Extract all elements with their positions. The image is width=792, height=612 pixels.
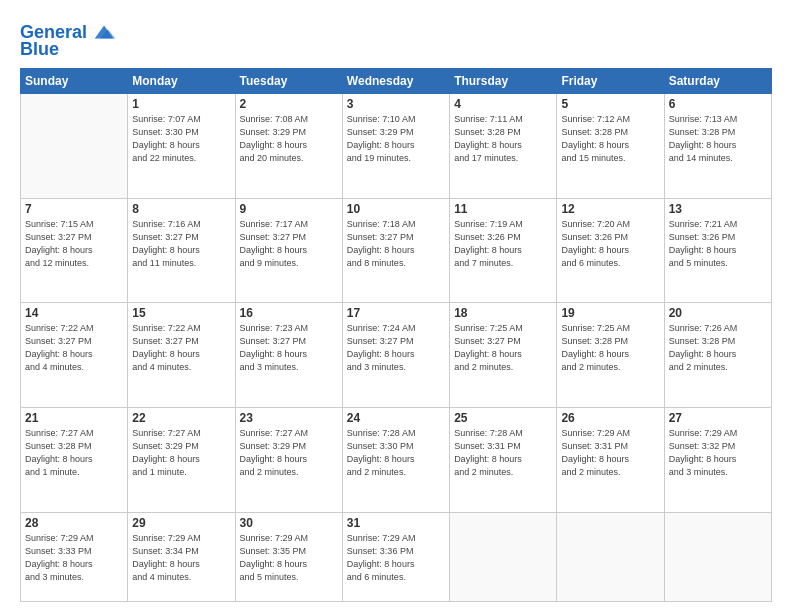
calendar-cell: 11Sunrise: 7:19 AMSunset: 3:26 PMDayligh… <box>450 198 557 303</box>
day-info: Sunrise: 7:24 AMSunset: 3:27 PMDaylight:… <box>347 322 445 374</box>
day-info: Sunrise: 7:08 AMSunset: 3:29 PMDaylight:… <box>240 113 338 165</box>
calendar-cell <box>450 512 557 601</box>
logo: General Blue <box>20 18 119 58</box>
calendar-cell: 17Sunrise: 7:24 AMSunset: 3:27 PMDayligh… <box>342 303 449 408</box>
calendar-cell: 7Sunrise: 7:15 AMSunset: 3:27 PMDaylight… <box>21 198 128 303</box>
calendar-cell: 21Sunrise: 7:27 AMSunset: 3:28 PMDayligh… <box>21 407 128 512</box>
calendar-cell: 15Sunrise: 7:22 AMSunset: 3:27 PMDayligh… <box>128 303 235 408</box>
day-info: Sunrise: 7:07 AMSunset: 3:30 PMDaylight:… <box>132 113 230 165</box>
day-number: 16 <box>240 306 338 320</box>
header: General Blue <box>20 18 772 58</box>
calendar-cell: 1Sunrise: 7:07 AMSunset: 3:30 PMDaylight… <box>128 94 235 199</box>
calendar-cell: 24Sunrise: 7:28 AMSunset: 3:30 PMDayligh… <box>342 407 449 512</box>
calendar-cell: 16Sunrise: 7:23 AMSunset: 3:27 PMDayligh… <box>235 303 342 408</box>
day-number: 2 <box>240 97 338 111</box>
col-header-saturday: Saturday <box>664 69 771 94</box>
calendar-cell: 25Sunrise: 7:28 AMSunset: 3:31 PMDayligh… <box>450 407 557 512</box>
col-header-wednesday: Wednesday <box>342 69 449 94</box>
calendar-cell: 26Sunrise: 7:29 AMSunset: 3:31 PMDayligh… <box>557 407 664 512</box>
logo-blue-text: Blue <box>20 40 59 58</box>
day-number: 27 <box>669 411 767 425</box>
day-info: Sunrise: 7:28 AMSunset: 3:30 PMDaylight:… <box>347 427 445 479</box>
day-info: Sunrise: 7:29 AMSunset: 3:31 PMDaylight:… <box>561 427 659 479</box>
day-number: 15 <box>132 306 230 320</box>
day-number: 3 <box>347 97 445 111</box>
day-number: 31 <box>347 516 445 530</box>
calendar-cell: 6Sunrise: 7:13 AMSunset: 3:28 PMDaylight… <box>664 94 771 199</box>
day-number: 28 <box>25 516 123 530</box>
calendar-cell: 13Sunrise: 7:21 AMSunset: 3:26 PMDayligh… <box>664 198 771 303</box>
day-info: Sunrise: 7:18 AMSunset: 3:27 PMDaylight:… <box>347 218 445 270</box>
day-info: Sunrise: 7:29 AMSunset: 3:36 PMDaylight:… <box>347 532 445 584</box>
day-number: 7 <box>25 202 123 216</box>
day-number: 20 <box>669 306 767 320</box>
day-number: 21 <box>25 411 123 425</box>
calendar-cell: 8Sunrise: 7:16 AMSunset: 3:27 PMDaylight… <box>128 198 235 303</box>
day-number: 30 <box>240 516 338 530</box>
day-number: 8 <box>132 202 230 216</box>
calendar-cell <box>21 94 128 199</box>
col-header-friday: Friday <box>557 69 664 94</box>
day-info: Sunrise: 7:22 AMSunset: 3:27 PMDaylight:… <box>132 322 230 374</box>
day-info: Sunrise: 7:28 AMSunset: 3:31 PMDaylight:… <box>454 427 552 479</box>
calendar-cell: 10Sunrise: 7:18 AMSunset: 3:27 PMDayligh… <box>342 198 449 303</box>
calendar-cell: 14Sunrise: 7:22 AMSunset: 3:27 PMDayligh… <box>21 303 128 408</box>
col-header-thursday: Thursday <box>450 69 557 94</box>
col-header-tuesday: Tuesday <box>235 69 342 94</box>
day-number: 6 <box>669 97 767 111</box>
day-number: 14 <box>25 306 123 320</box>
calendar-cell <box>664 512 771 601</box>
calendar-cell: 31Sunrise: 7:29 AMSunset: 3:36 PMDayligh… <box>342 512 449 601</box>
day-number: 1 <box>132 97 230 111</box>
calendar-cell: 12Sunrise: 7:20 AMSunset: 3:26 PMDayligh… <box>557 198 664 303</box>
day-info: Sunrise: 7:29 AMSunset: 3:32 PMDaylight:… <box>669 427 767 479</box>
day-info: Sunrise: 7:29 AMSunset: 3:33 PMDaylight:… <box>25 532 123 584</box>
day-number: 12 <box>561 202 659 216</box>
day-info: Sunrise: 7:29 AMSunset: 3:34 PMDaylight:… <box>132 532 230 584</box>
day-info: Sunrise: 7:27 AMSunset: 3:28 PMDaylight:… <box>25 427 123 479</box>
calendar-cell: 30Sunrise: 7:29 AMSunset: 3:35 PMDayligh… <box>235 512 342 601</box>
day-number: 25 <box>454 411 552 425</box>
day-number: 29 <box>132 516 230 530</box>
week-row-3: 14Sunrise: 7:22 AMSunset: 3:27 PMDayligh… <box>21 303 772 408</box>
day-info: Sunrise: 7:13 AMSunset: 3:28 PMDaylight:… <box>669 113 767 165</box>
calendar-cell: 22Sunrise: 7:27 AMSunset: 3:29 PMDayligh… <box>128 407 235 512</box>
day-info: Sunrise: 7:27 AMSunset: 3:29 PMDaylight:… <box>132 427 230 479</box>
day-number: 18 <box>454 306 552 320</box>
day-number: 22 <box>132 411 230 425</box>
col-header-sunday: Sunday <box>21 69 128 94</box>
day-number: 9 <box>240 202 338 216</box>
day-info: Sunrise: 7:15 AMSunset: 3:27 PMDaylight:… <box>25 218 123 270</box>
header-row: SundayMondayTuesdayWednesdayThursdayFrid… <box>21 69 772 94</box>
calendar-cell: 27Sunrise: 7:29 AMSunset: 3:32 PMDayligh… <box>664 407 771 512</box>
day-info: Sunrise: 7:25 AMSunset: 3:28 PMDaylight:… <box>561 322 659 374</box>
day-info: Sunrise: 7:22 AMSunset: 3:27 PMDaylight:… <box>25 322 123 374</box>
day-number: 13 <box>669 202 767 216</box>
day-info: Sunrise: 7:19 AMSunset: 3:26 PMDaylight:… <box>454 218 552 270</box>
day-info: Sunrise: 7:27 AMSunset: 3:29 PMDaylight:… <box>240 427 338 479</box>
day-number: 19 <box>561 306 659 320</box>
day-info: Sunrise: 7:26 AMSunset: 3:28 PMDaylight:… <box>669 322 767 374</box>
week-row-1: 1Sunrise: 7:07 AMSunset: 3:30 PMDaylight… <box>21 94 772 199</box>
day-info: Sunrise: 7:16 AMSunset: 3:27 PMDaylight:… <box>132 218 230 270</box>
day-number: 5 <box>561 97 659 111</box>
day-info: Sunrise: 7:10 AMSunset: 3:29 PMDaylight:… <box>347 113 445 165</box>
week-row-2: 7Sunrise: 7:15 AMSunset: 3:27 PMDaylight… <box>21 198 772 303</box>
day-number: 23 <box>240 411 338 425</box>
day-info: Sunrise: 7:17 AMSunset: 3:27 PMDaylight:… <box>240 218 338 270</box>
calendar-table: SundayMondayTuesdayWednesdayThursdayFrid… <box>20 68 772 602</box>
calendar-cell: 29Sunrise: 7:29 AMSunset: 3:34 PMDayligh… <box>128 512 235 601</box>
col-header-monday: Monday <box>128 69 235 94</box>
calendar-cell: 3Sunrise: 7:10 AMSunset: 3:29 PMDaylight… <box>342 94 449 199</box>
day-info: Sunrise: 7:20 AMSunset: 3:26 PMDaylight:… <box>561 218 659 270</box>
calendar-cell: 4Sunrise: 7:11 AMSunset: 3:28 PMDaylight… <box>450 94 557 199</box>
day-number: 11 <box>454 202 552 216</box>
calendar-cell: 9Sunrise: 7:17 AMSunset: 3:27 PMDaylight… <box>235 198 342 303</box>
day-number: 10 <box>347 202 445 216</box>
week-row-5: 28Sunrise: 7:29 AMSunset: 3:33 PMDayligh… <box>21 512 772 601</box>
calendar-cell: 19Sunrise: 7:25 AMSunset: 3:28 PMDayligh… <box>557 303 664 408</box>
day-info: Sunrise: 7:11 AMSunset: 3:28 PMDaylight:… <box>454 113 552 165</box>
calendar-cell <box>557 512 664 601</box>
day-info: Sunrise: 7:21 AMSunset: 3:26 PMDaylight:… <box>669 218 767 270</box>
logo-icon <box>91 18 119 46</box>
